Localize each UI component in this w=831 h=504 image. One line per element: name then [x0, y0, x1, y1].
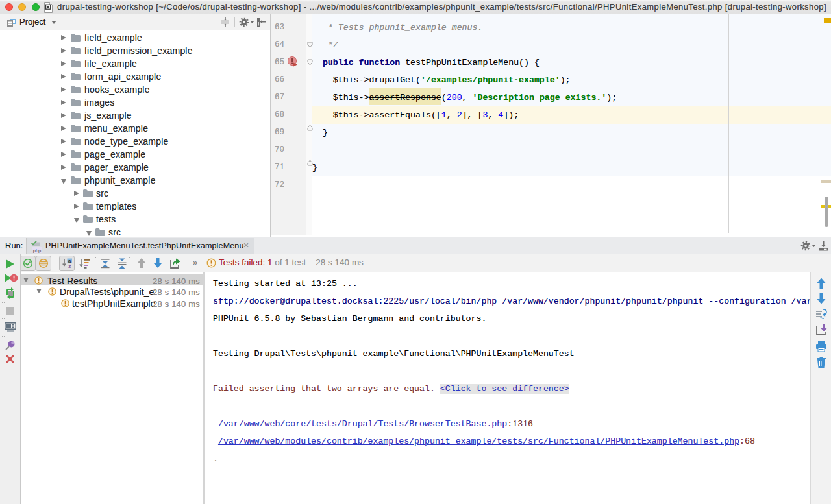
svg-text:z: z [68, 263, 71, 269]
svg-text:php: php [33, 248, 42, 254]
